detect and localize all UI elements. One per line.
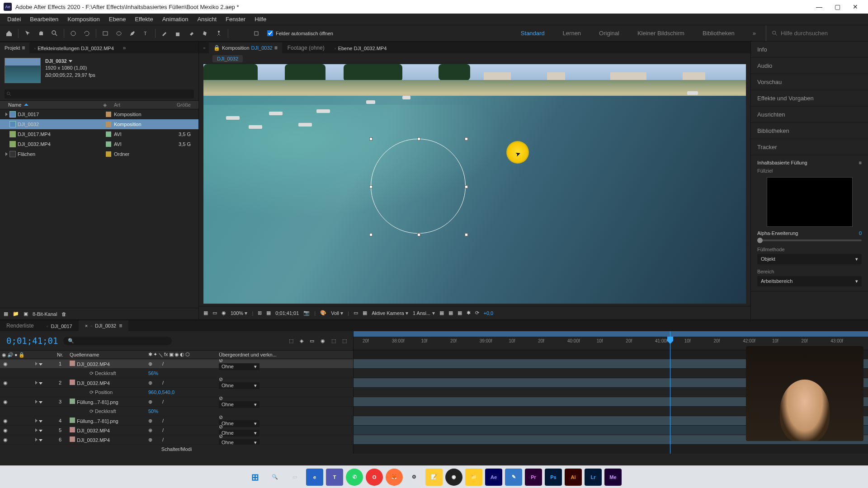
zoom-tool[interactable]	[48, 27, 61, 40]
project-row[interactable]: DJI_0017 Komposition	[0, 109, 198, 119]
taskbar-app1[interactable]: ⚙	[406, 469, 423, 486]
snap-icon[interactable]	[250, 27, 263, 40]
panel-effects[interactable]: Effekte und Vorgaben	[751, 90, 868, 107]
menu-view[interactable]: Ansicht	[193, 16, 221, 23]
alpha-expansion-slider[interactable]	[757, 239, 862, 241]
col-name[interactable]: Name	[8, 102, 21, 108]
exposure-value[interactable]: +0,0	[484, 310, 494, 316]
tl-icon-2[interactable]: ◈	[300, 338, 303, 344]
taskbar-code[interactable]: ✎	[505, 469, 522, 486]
help-search[interactable]	[766, 25, 865, 41]
col-nr[interactable]: Nr.	[53, 352, 67, 357]
menu-effects[interactable]: Effekte	[130, 16, 157, 23]
timeline-property-row[interactable]: ⟳ Deckkraft 50%	[0, 407, 353, 416]
orbit-tool[interactable]	[67, 27, 80, 40]
composition-viewport[interactable]: ➤	[203, 64, 746, 304]
panel-info[interactable]: Info	[751, 42, 868, 58]
panel-tracker[interactable]: Tracker	[751, 139, 868, 155]
bitdepth-button[interactable]: 8-Bit-Kanal	[33, 311, 57, 317]
taskbar-me[interactable]: Me	[604, 469, 622, 486]
tl-icon-6[interactable]: ⬚	[342, 338, 347, 344]
current-timecode[interactable]: 0;01;41;01	[0, 336, 59, 346]
taskbar-edge[interactable]: e	[306, 469, 323, 486]
col-art[interactable]: Art	[114, 102, 164, 108]
tab-composition[interactable]: 🔒 Komposition DJI_0032 ≡	[209, 42, 282, 53]
pen-tool[interactable]	[126, 27, 139, 40]
playhead[interactable]	[670, 331, 670, 454]
alpha-icon[interactable]: ▦	[203, 310, 208, 316]
fill-method-dropdown[interactable]: Objekt▾	[757, 254, 862, 264]
transparency-icon[interactable]: ▦	[363, 310, 367, 316]
project-row[interactable]: DJI_0032 Komposition	[0, 119, 198, 129]
auto-open-fields-checkbox[interactable]: Felder automatisch öffnen	[267, 30, 333, 36]
menu-window[interactable]: Fenster	[221, 16, 250, 23]
tab-dji0017[interactable]: ▫DJI_0017	[40, 321, 79, 331]
col-size[interactable]: Größe	[164, 102, 191, 108]
project-row[interactable]: Flächen Ordner	[0, 149, 198, 159]
timeline-property-row[interactable]: ⟳ Position 960,0,540,0	[0, 388, 353, 397]
region-icon[interactable]: ▭	[354, 310, 358, 316]
col-label[interactable]: ◈	[103, 102, 114, 108]
type-tool[interactable]: T	[140, 27, 152, 40]
panel-libraries[interactable]: Bibliotheken	[751, 123, 868, 139]
mask-icon[interactable]: ◉	[222, 310, 226, 316]
comp-breadcrumb[interactable]: DJI_0032	[199, 53, 750, 64]
vi3-icon[interactable]: ▦	[458, 310, 462, 316]
taskbar-teams[interactable]: T	[326, 469, 343, 486]
tab-overflow[interactable]: »	[118, 42, 131, 53]
taskbar-notes[interactable]: 📝	[425, 469, 443, 486]
puppet-tool[interactable]	[212, 27, 225, 40]
views-dropdown[interactable]: 1 Ansi... ▾	[413, 310, 434, 316]
project-search[interactable]	[5, 89, 194, 99]
interpret-icon[interactable]: ▦	[4, 311, 8, 317]
rotate-tool[interactable]	[80, 27, 93, 40]
timeline-tracks[interactable]: 20f38:00f10f20f39:00f10f20f40:00f10f20f4…	[354, 331, 868, 454]
col-parent[interactable]: Übergeordnet und verkn...	[216, 352, 288, 357]
timeline-property-row[interactable]: ⟳ Deckkraft 56%	[0, 369, 353, 378]
tab-layer[interactable]: ▫ Ebene DJI_0032.MP4	[330, 43, 392, 53]
project-row[interactable]: DJI_0032.MP4 AVI 3,5 G	[0, 139, 198, 149]
timeline-layer-row[interactable]: ◉ 1 DJI_0032.MP4 ⊕/ ⊘ Ohne ▾	[0, 359, 353, 369]
taskbar-taskview[interactable]: ▭	[286, 469, 303, 486]
mask-ellipse[interactable]	[371, 139, 466, 234]
taskbar-ps[interactable]: Ps	[545, 469, 562, 486]
taskbar-obs[interactable]: ◉	[445, 469, 462, 486]
project-row[interactable]: DJI_0017.MP4 AVI 3,5 G	[0, 129, 198, 139]
workspace-libraries[interactable]: Bibliotheken	[703, 30, 735, 37]
workspace-more-icon[interactable]: »	[753, 30, 756, 37]
camera-dropdown[interactable]: Aktive Kamera ▾	[372, 310, 408, 316]
workspace-small[interactable]: Kleiner Bildschirm	[637, 30, 684, 37]
close-button[interactable]: ✕	[846, 0, 864, 14]
zoom-dropdown[interactable]: 100% ▾	[231, 310, 247, 316]
taskbar-start[interactable]: ⊞	[246, 469, 264, 486]
grid-icon[interactable]: ⊞	[258, 310, 262, 316]
timeline-layer-row[interactable]: ◉ 3 Füllung...7-81].png ⊕/ ⊘ Ohne ▾	[0, 397, 353, 407]
clone-tool[interactable]	[172, 27, 184, 40]
taskbar-explorer[interactable]: 📁	[465, 469, 482, 486]
brush-tool[interactable]	[158, 27, 171, 40]
taskbar-search[interactable]: 🔍	[266, 469, 283, 486]
color-icon[interactable]: 🎨	[320, 310, 326, 316]
new-comp-icon[interactable]: ▣	[24, 311, 28, 317]
ellipse-tool[interactable]	[113, 27, 125, 40]
taskbar-whatsapp[interactable]: ✆	[346, 469, 363, 486]
panel-align[interactable]: Ausrichten	[751, 107, 868, 123]
tab-renderlist[interactable]: Renderliste	[0, 320, 40, 331]
timeline-layer-row[interactable]: ◉ 5 DJI_0032.MP4 ⊕/ ⊘ Ohne ▾	[0, 426, 353, 435]
timeline-layer-row[interactable]: ◉ 6 DJI_0032.MP4 ⊕/ ⊘ Ohne ▾	[0, 435, 353, 445]
timeline-search[interactable]: 🔍	[63, 337, 172, 345]
rect-tool[interactable]	[99, 27, 112, 40]
taskbar-ai[interactable]: Ai	[565, 469, 582, 486]
snapshot-icon[interactable]: 📷	[303, 310, 310, 316]
panel-menu-icon[interactable]: ≡	[859, 160, 862, 165]
tab-footage[interactable]: Footage (ohne)	[283, 42, 329, 53]
workspace-learn[interactable]: Lernen	[563, 30, 581, 37]
timeline-layer-row[interactable]: ◉ 4 Füllung...7-81].png ⊕/ ⊘ Ohne ▾	[0, 416, 353, 426]
minimize-button[interactable]: —	[810, 0, 828, 14]
tl-icon-5[interactable]: ⬚	[331, 338, 336, 344]
exposure-reset-icon[interactable]: ⟳	[475, 310, 479, 316]
range-dropdown[interactable]: Arbeitsbereich▾	[757, 276, 862, 286]
taskbar-ae[interactable]: Ae	[485, 469, 502, 486]
selection-tool[interactable]	[21, 27, 34, 40]
maximize-button[interactable]: ▢	[828, 0, 846, 14]
